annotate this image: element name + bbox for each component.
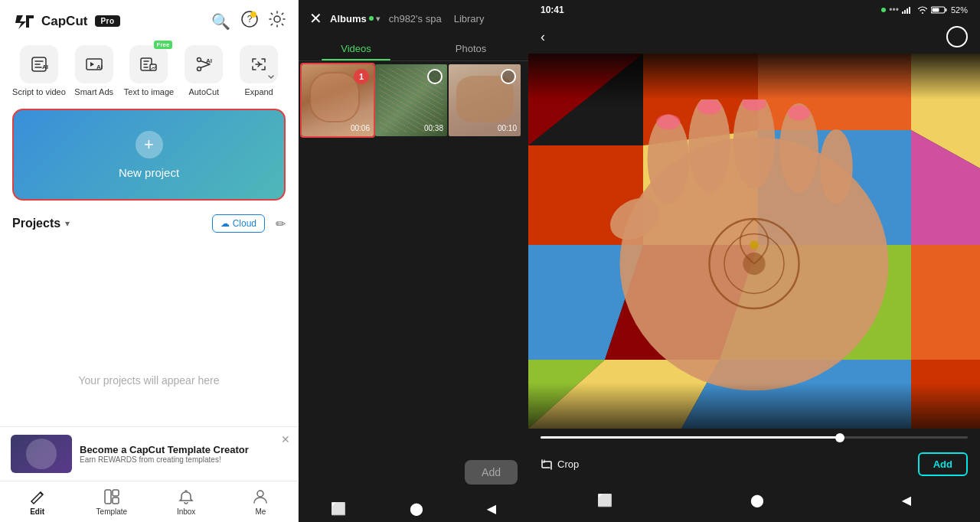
projects-dropdown-icon[interactable]: ▾ (65, 218, 70, 229)
new-project-button[interactable]: + New project (12, 109, 286, 201)
video-thumb-3[interactable]: 00:10 (449, 64, 521, 136)
video-duration-3: 00:10 (498, 124, 517, 132)
mid-home-back[interactable]: ▶ (487, 501, 496, 516)
crop-label: Crop (557, 458, 579, 470)
mid-tab-library[interactable]: Library (451, 11, 488, 26)
status-signal-dot (881, 8, 886, 12)
video-select-3[interactable] (501, 69, 516, 84)
right-home-bar: ⬜ ⬤ ▶ (528, 485, 980, 512)
logo-text: CapCut (41, 14, 87, 29)
tool-smart-ads[interactable]: AI Smart Ads (67, 45, 121, 96)
right-add-button[interactable]: Add (918, 452, 968, 476)
video-duration-2: 00:38 (424, 124, 443, 132)
battery-percent: 52% (951, 5, 968, 15)
tool-label-autocut: AutoCut (188, 87, 219, 96)
right-circle-button[interactable] (946, 26, 968, 47)
help-icon[interactable]: ? (241, 11, 258, 31)
video-thumb-1[interactable]: 1 00:06 (302, 64, 374, 136)
tool-icon-expand (240, 45, 278, 83)
tool-script-to-video[interactable]: AI Script to video (12, 45, 66, 96)
capcut-logo-icon (12, 12, 37, 31)
status-time: 10:41 (541, 5, 564, 15)
video-select-1[interactable]: 1 (354, 69, 369, 84)
svg-rect-18 (906, 8, 908, 14)
svg-point-51 (697, 100, 721, 115)
right-home-square[interactable]: ⬜ (597, 493, 612, 507)
inbox-nav-icon (178, 488, 194, 505)
mid-tab-albums[interactable]: Albums ▾ (330, 13, 380, 24)
svg-point-49 (750, 240, 759, 250)
right-home-circle[interactable]: ⬤ (750, 493, 764, 507)
tool-icon-autocut: AI (185, 45, 223, 83)
nav-item-inbox[interactable]: Inbox (149, 481, 224, 522)
video-duration-1: 00:06 (351, 124, 370, 132)
right-bottom: Crop Add (528, 443, 980, 485)
edit-projects-icon[interactable]: ✏ (276, 217, 286, 231)
ad-headline: Become a CapCut Template Creator (80, 444, 249, 455)
mid-tabs-container: Albums ▾ ch982's spa Library (330, 11, 518, 26)
timeline-bar[interactable] (541, 436, 968, 439)
tool-text-to-image[interactable]: Free Text to image (122, 45, 176, 96)
tool-autocut[interactable]: AI AutoCut (177, 45, 230, 96)
video-thumb-2[interactable]: 00:38 (375, 64, 447, 136)
projects-title: Projects (12, 217, 60, 230)
nav-label-me: Me (255, 507, 266, 516)
tool-icon-text-img: Free (129, 45, 168, 83)
svg-point-2 (250, 11, 256, 18)
svg-rect-19 (909, 7, 910, 14)
albums-label: Albums (330, 13, 367, 24)
free-badge: Free (154, 41, 173, 49)
mid-home-bar: ⬜ ⬤ ▶ (299, 492, 528, 522)
mid-tab-spa[interactable]: ch982's spa (386, 11, 445, 26)
svg-rect-21 (945, 8, 946, 11)
middle-panel: ✕ Albums ▾ ch982's spa Library Videos Ph… (299, 0, 528, 522)
albums-dot (369, 16, 374, 21)
mid-close-button[interactable]: ✕ (309, 9, 322, 28)
mid-add-button[interactable]: Add (465, 460, 518, 484)
mid-subtab-photos[interactable]: Photos (413, 37, 528, 60)
svg-point-50 (656, 115, 680, 130)
mid-home-circle[interactable]: ⬤ (410, 501, 423, 516)
right-back-button[interactable]: ‹ (541, 29, 545, 45)
right-home-back[interactable]: ▶ (902, 493, 911, 507)
svg-rect-17 (904, 10, 906, 14)
projects-header: Projects ▾ ☁ Cloud ✏ (0, 204, 298, 239)
crop-area: Crop (541, 458, 579, 471)
mid-subtab-videos[interactable]: Videos (299, 37, 413, 60)
search-icon[interactable]: 🔍 (211, 12, 230, 31)
svg-point-53 (788, 106, 810, 121)
ad-subtext: Earn REWARDS from creating templates! (80, 455, 249, 464)
cloud-button[interactable]: ☁ Cloud (212, 214, 265, 233)
nav-item-edit[interactable]: Edit (0, 481, 74, 522)
tool-expand[interactable]: Expand (232, 45, 286, 96)
library-label: Library (454, 13, 485, 24)
tool-label-text-img: Text to image (124, 87, 174, 96)
settings-icon[interactable] (269, 11, 286, 31)
ad-image (11, 435, 72, 473)
status-icons: ••• 52% (881, 5, 968, 15)
tool-label-ads: Smart Ads (74, 87, 113, 96)
svg-text:AI: AI (206, 57, 212, 64)
status-dots: ••• (889, 5, 899, 15)
bottom-nav: Edit Template Inbox Me (0, 481, 298, 522)
svg-rect-16 (902, 11, 903, 14)
ad-close-button[interactable]: ✕ (281, 433, 290, 445)
svg-text:AI: AI (42, 64, 48, 70)
mid-subtabs: Videos Photos (299, 37, 528, 61)
tool-icon-script: AI (20, 45, 58, 83)
ad-banner: Become a CapCut Template Creator Earn RE… (0, 426, 298, 481)
mid-top-bar: ✕ Albums ▾ ch982's spa Library (299, 0, 528, 37)
timeline-playhead[interactable] (835, 433, 844, 442)
plus-icon: + (136, 131, 163, 158)
nav-label-template: Template (96, 507, 128, 516)
nav-item-template[interactable]: Template (74, 481, 149, 522)
cloud-label: Cloud (233, 218, 256, 229)
spa-label: ch982's spa (389, 13, 442, 24)
nav-item-me[interactable]: Me (224, 481, 298, 522)
mid-bottom: Add (299, 452, 528, 492)
mid-spacer (299, 139, 528, 452)
video-select-2[interactable] (427, 69, 443, 84)
mid-home-square[interactable]: ⬜ (331, 501, 346, 516)
svg-rect-12 (105, 490, 111, 504)
tool-label-expand: Expand (244, 87, 273, 96)
